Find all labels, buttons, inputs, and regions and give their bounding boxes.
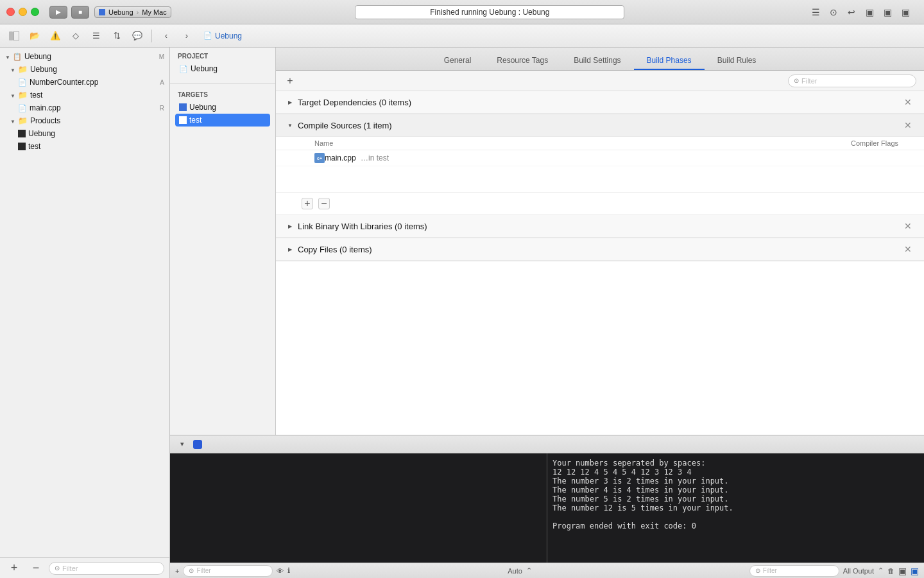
comment-icon[interactable]: 💬 <box>128 28 146 44</box>
layout1-icon[interactable]: ▣ <box>898 566 907 576</box>
flags-column-header: Compiler Flags <box>770 139 898 147</box>
tree-item-numbercounter[interactable]: 📄 NumberCounter.cpp A <box>0 76 169 89</box>
add-console-button[interactable]: + <box>175 567 179 575</box>
titlebar: ▶ ■ Uebung › My Mac Finished running Ueb… <box>0 0 924 24</box>
remove-file-button[interactable]: − <box>27 560 45 577</box>
tree-item-uebung-folder[interactable]: 📁 Uebung <box>0 63 169 76</box>
stop-button[interactable]: ■ <box>71 6 89 19</box>
build-phases-panel: General Resource Tags Build Settings Bui… <box>276 48 924 435</box>
layout1-icon[interactable]: ▣ <box>862 5 877 19</box>
blue-square-icon <box>179 103 187 111</box>
status-bar: Finished running Uebung : Uebung <box>355 5 624 19</box>
project-item-label: Uebung <box>191 64 218 73</box>
chevron-down-icon <box>10 66 15 73</box>
minimize-button[interactable] <box>19 8 27 16</box>
copy-files-header[interactable]: Copy Files (0 items) ✕ <box>276 238 924 261</box>
layout2-icon[interactable]: ▣ <box>911 566 919 576</box>
tree-badge-r: R <box>160 105 164 112</box>
layout3-icon[interactable]: ▣ <box>898 5 912 19</box>
tree-item-test-folder[interactable]: 📁 test <box>0 89 169 101</box>
breadcrumb-nav: 📄 Uebung <box>203 31 242 40</box>
right-filter-input[interactable]: ⊙ Filter <box>749 565 839 577</box>
tree-label-uebung: Uebung <box>30 65 164 74</box>
remove-file-button[interactable]: − <box>318 198 330 209</box>
tree-item-test-product[interactable]: test <box>0 140 169 153</box>
target-deps-title: Target Dependencies (0 items) <box>298 98 902 107</box>
tab-build-phases[interactable]: Build Phases <box>634 51 705 70</box>
expand-panel-button[interactable]: ▾ <box>175 439 189 450</box>
center-statusbar: Auto ⌃ <box>508 566 532 575</box>
layout2-icon[interactable]: ▣ <box>880 5 894 19</box>
tree-item-products-folder[interactable]: 📁 Products <box>0 114 169 127</box>
destination-name: My Mac <box>142 8 167 16</box>
tab-build-rules[interactable]: Build Rules <box>705 51 769 70</box>
nav-filter-input[interactable]: ⊙ Filter <box>49 562 164 575</box>
link-binary-header[interactable]: Link Binary With Libraries (0 items) ✕ <box>276 215 924 238</box>
targets-section: TARGETS Uebung test <box>170 86 275 132</box>
compile-sources-header[interactable]: Compile Sources (1 item) ✕ <box>276 114 924 137</box>
build-phases-content: + ⊙ Filter Target Dependencies (0 items)… <box>276 71 924 435</box>
main-content-area: PROJECT 📄 Uebung TARGETS Uebung t <box>170 48 924 435</box>
targets-item-uebung[interactable]: Uebung <box>175 101 270 114</box>
target-deps-section: Target Dependencies (0 items) ✕ <box>276 91 924 114</box>
tab-build-settings[interactable]: Build Settings <box>561 51 633 70</box>
sidebar-toggle-icon[interactable] <box>5 28 23 44</box>
close-button[interactable] <box>6 8 15 16</box>
target-uebung-label: Uebung <box>189 103 216 112</box>
filter-input[interactable]: ⊙ Filter <box>788 74 916 87</box>
chevron-icon[interactable]: ⌃ <box>526 566 532 575</box>
filter-icon: ⊙ <box>189 567 194 574</box>
view-list-icon[interactable]: ☰ <box>809 5 823 19</box>
maximize-button[interactable] <box>31 8 39 16</box>
back-nav-icon[interactable]: ‹ <box>157 28 175 44</box>
compile-sources-table: Name Compiler Flags c+ main.cpp …in test <box>276 137 924 215</box>
tree-item-root-uebung[interactable]: 📋 Uebung M <box>0 50 169 63</box>
eye-icon[interactable]: 👁 <box>277 567 284 575</box>
tree-badge-m: M <box>159 53 164 60</box>
forward-nav-icon[interactable]: › <box>178 28 196 44</box>
warning-icon[interactable]: ⚠️ <box>46 28 64 44</box>
auto-label: Auto <box>508 567 522 575</box>
content-tabs: General Resource Tags Build Settings Bui… <box>276 48 924 71</box>
bottom-area: ▾ Your numbers seperated by spaces: 12 1… <box>170 435 924 578</box>
chevron-down-icon <box>10 91 15 99</box>
tree-label-test: test <box>30 91 164 100</box>
phase-close-button[interactable]: ✕ <box>902 220 914 232</box>
targets-item-uebung-project[interactable]: 📄 Uebung <box>175 62 270 75</box>
chevron-right-icon <box>286 245 294 253</box>
chevron-right-icon <box>286 222 294 230</box>
scheme-selector[interactable]: Uebung › My Mac <box>94 6 171 18</box>
tab-resource-tags[interactable]: Resource Tags <box>484 51 561 70</box>
targets-item-test[interactable]: test <box>175 114 270 127</box>
phase-close-button[interactable]: ✕ <box>902 243 914 255</box>
left-statusbar: + ⊙ Filter 👁 ℹ <box>175 565 290 577</box>
add-file-button[interactable]: + <box>5 560 23 577</box>
add-phase-button[interactable]: + <box>284 74 296 87</box>
tab-general[interactable]: General <box>431 51 484 70</box>
info-icon[interactable]: ℹ <box>287 566 290 575</box>
run-button[interactable]: ▶ <box>49 6 67 19</box>
phase-close-button[interactable]: ✕ <box>902 96 914 108</box>
copy-files-title: Copy Files (0 items) <box>298 245 902 254</box>
phase-close-button[interactable]: ✕ <box>902 119 914 131</box>
output-chevron[interactable]: ⌃ <box>878 566 884 575</box>
svg-rect-1 <box>13 31 19 40</box>
left-filter-input[interactable]: ⊙ Filter <box>183 565 273 577</box>
nav-forward-icon[interactable]: ↩ <box>844 5 859 19</box>
add-file-button[interactable]: + <box>302 198 313 209</box>
cpp-file-icon: 📄 <box>18 104 27 112</box>
tree-label: Uebung <box>24 52 159 61</box>
assistant-icon[interactable]: ⊙ <box>826 5 841 19</box>
root-icon: 📋 <box>13 53 22 61</box>
tree-item-uebung-product[interactable]: Uebung <box>0 127 169 140</box>
tree-item-main-cpp[interactable]: 📄 main.cpp R <box>0 101 169 114</box>
file-icon[interactable]: 📂 <box>26 28 44 44</box>
console-input-area[interactable] <box>170 453 547 563</box>
trash-icon[interactable]: 🗑 <box>887 567 894 575</box>
target-deps-header[interactable]: Target Dependencies (0 items) ✕ <box>276 91 924 114</box>
diamond-icon[interactable]: ◇ <box>67 28 85 44</box>
bottom-toolbar: ▾ <box>170 435 924 453</box>
table-row: c+ main.cpp …in test <box>276 150 924 166</box>
sort-icon[interactable]: ⇅ <box>108 28 126 44</box>
list-icon[interactable]: ☰ <box>87 28 105 44</box>
